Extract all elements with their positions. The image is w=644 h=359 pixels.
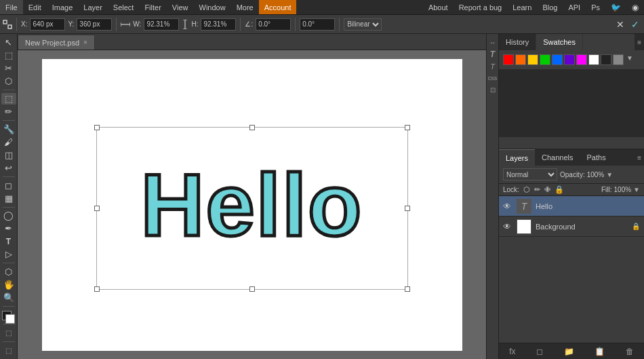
menu-window[interactable]: Window	[194, 0, 231, 14]
width-input[interactable]	[144, 18, 179, 31]
create-group-button[interactable]: 📁	[561, 347, 577, 356]
menu-layer[interactable]: Layer	[78, 0, 108, 14]
pen-tool[interactable]: ✒	[1, 223, 16, 234]
layers-menu-icon[interactable]: ≡	[635, 154, 644, 162]
swatch-yellow[interactable]	[527, 54, 538, 65]
menu-select[interactable]: Select	[108, 0, 140, 14]
swatch-blue[interactable]	[552, 54, 563, 65]
tab-close-button[interactable]: ×	[83, 39, 87, 46]
lock-pixels-icon[interactable]: ✏	[534, 185, 540, 194]
fill-arrow[interactable]: ▼	[633, 186, 640, 193]
social-bird-icon[interactable]: ◉	[626, 0, 644, 14]
blend-mode-select[interactable]: Normal	[503, 168, 557, 181]
canvas[interactable]: Hello	[42, 59, 462, 351]
handle-middle-left[interactable]	[94, 206, 100, 211]
fill-value[interactable]: 100%	[614, 186, 632, 193]
swatch-purple[interactable]	[564, 54, 575, 65]
rotation2-input[interactable]	[300, 18, 335, 31]
menu-report-bug[interactable]: Report a bug	[454, 0, 508, 14]
history-brush-tool[interactable]: ↩	[1, 162, 16, 174]
hand-tool[interactable]: 🖐	[1, 279, 16, 290]
history-tab[interactable]: History	[499, 34, 536, 50]
handle-bottom-right[interactable]	[405, 286, 410, 292]
quick-mask-tool[interactable]: ⬚	[1, 327, 16, 339]
swatch-red[interactable]	[503, 54, 514, 65]
confirm-transform-button[interactable]: ✓	[629, 18, 641, 31]
eyedropper-tool[interactable]: ✏	[1, 106, 16, 117]
layers-tab-layers[interactable]: Layers	[499, 149, 535, 166]
handle-top-left[interactable]	[94, 125, 100, 130]
dodge-tool[interactable]: ◯	[1, 210, 16, 221]
menu-about[interactable]: About	[423, 0, 454, 14]
menu-more[interactable]: More	[231, 0, 259, 14]
menu-image[interactable]: Image	[47, 0, 79, 14]
delete-layer-button[interactable]: 🗑	[623, 347, 637, 356]
handle-bottom-middle[interactable]	[249, 286, 255, 292]
swatch-white[interactable]	[588, 54, 599, 65]
marquee-tool[interactable]: ⬚	[1, 50, 16, 61]
lock-position-icon[interactable]: ✙	[544, 185, 550, 194]
menu-edit[interactable]: Edit	[23, 0, 47, 14]
layer-item-background[interactable]: 👁 Background 🔒	[499, 216, 644, 237]
lock-all-icon[interactable]: 🔒	[555, 185, 564, 194]
swatch-magenta[interactable]	[576, 54, 587, 65]
layer-item-hello[interactable]: 👁 T Hello	[499, 196, 644, 216]
rotation-input[interactable]	[256, 18, 291, 31]
crop-tool[interactable]: ⬚	[1, 93, 16, 105]
swatch-gray[interactable]	[613, 54, 624, 65]
swatch-green[interactable]	[540, 54, 550, 65]
handle-middle-right[interactable]	[405, 206, 410, 211]
create-layer-button[interactable]: 📋	[592, 347, 607, 356]
type-tool[interactable]: T	[1, 235, 16, 247]
menu-account[interactable]: Account	[259, 0, 297, 14]
social-twitter-icon[interactable]: 🐦	[605, 0, 626, 14]
y-coord-input[interactable]	[77, 18, 112, 31]
path-select-tool[interactable]: ▷	[1, 248, 16, 260]
menu-blog[interactable]: Blog	[537, 0, 563, 14]
handle-bottom-left[interactable]	[94, 286, 100, 292]
strip-extra-button[interactable]: ⊡	[487, 84, 498, 95]
collapse-strip-button[interactable]: ↔	[487, 37, 498, 48]
move-tool[interactable]: ↖	[1, 37, 16, 48]
layers-tab-paths[interactable]: Paths	[580, 149, 613, 166]
interpolation-select[interactable]: Bilinear	[344, 18, 382, 31]
menu-filter[interactable]: Filter	[139, 0, 166, 14]
canvas-tab[interactable]: New Project.psd ×	[18, 35, 95, 50]
height-input[interactable]	[201, 18, 236, 31]
add-fx-button[interactable]: fx	[506, 347, 518, 356]
handle-top-middle[interactable]	[249, 125, 255, 130]
healing-tool[interactable]: 🔧	[1, 124, 16, 135]
menu-learn[interactable]: Learn	[507, 0, 537, 14]
x-coord-input[interactable]	[30, 18, 65, 31]
swatches-arrow[interactable]: ▼	[626, 54, 633, 65]
clone-tool[interactable]: ◫	[1, 149, 16, 161]
screen-mode-button[interactable]: ⬚	[1, 345, 16, 356]
layers-tab-channels[interactable]: Channels	[535, 149, 580, 166]
social-ps-icon[interactable]: Ps	[586, 0, 605, 14]
lock-transparency-icon[interactable]: ⬡	[523, 185, 530, 194]
handle-top-right[interactable]	[405, 125, 410, 130]
opacity-arrow[interactable]: ▼	[606, 171, 613, 178]
strip-text2-button[interactable]: T	[487, 61, 498, 72]
eraser-tool[interactable]: ◻	[1, 180, 16, 191]
foreground-color[interactable]	[2, 311, 16, 321]
layer-eye-hello[interactable]: 👁	[503, 202, 512, 211]
add-mask-button[interactable]: ◻	[534, 347, 546, 356]
menu-view[interactable]: View	[167, 0, 194, 14]
swatch-orange[interactable]	[515, 54, 526, 65]
menu-file[interactable]: File	[0, 0, 23, 14]
layer-eye-background[interactable]: 👁	[503, 222, 512, 231]
opacity-value[interactable]: 100%	[587, 171, 605, 178]
lasso-tool[interactable]: ✂	[1, 62, 16, 74]
strip-text1-button[interactable]: T	[487, 49, 498, 60]
cancel-transform-button[interactable]: ✕	[614, 18, 626, 31]
shape-tool[interactable]: ⬡	[1, 266, 16, 278]
gradient-tool[interactable]: ▦	[1, 193, 16, 204]
panel-menu-icon[interactable]: ≡	[635, 34, 644, 50]
zoom-tool[interactable]: 🔍	[1, 292, 16, 303]
menu-api[interactable]: API	[563, 0, 586, 14]
brush-tool[interactable]: 🖌	[1, 136, 16, 148]
swatches-tab[interactable]: Swatches	[536, 34, 583, 50]
magic-wand-tool[interactable]: ⬡	[1, 75, 16, 87]
swatch-dark[interactable]	[601, 54, 611, 65]
